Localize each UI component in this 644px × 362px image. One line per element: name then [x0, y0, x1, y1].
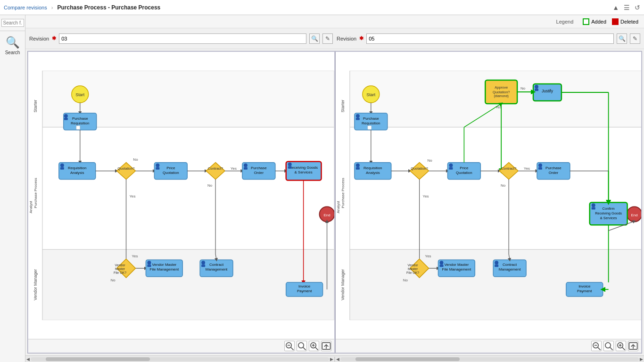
svg-text:Yes: Yes	[132, 254, 138, 258]
revision-left-input[interactable]	[59, 33, 306, 44]
refresh-icon[interactable]: ↺	[635, 4, 640, 11]
svg-text:Yes: Yes	[524, 166, 530, 171]
svg-text:Order: Order	[548, 171, 558, 175]
svg-text:Vendor Manager: Vendor Manager	[33, 269, 38, 300]
svg-text:Vendor Manager: Vendor Manager	[340, 269, 345, 300]
svg-text:Purchase: Purchase	[545, 166, 561, 170]
export-btn-left[interactable]	[321, 341, 331, 351]
revision-right-search-btn[interactable]: 🔍	[617, 33, 627, 44]
revision-right-edit-btn[interactable]: ✎	[630, 33, 640, 44]
svg-point-121	[591, 203, 595, 207]
svg-text:End: End	[323, 213, 330, 217]
search-input-area	[0, 19, 25, 31]
svg-line-86	[315, 347, 318, 350]
search-label: Search	[5, 50, 20, 55]
svg-text:Payment: Payment	[297, 289, 312, 293]
svg-text:Quotation: Quotation	[163, 171, 179, 175]
scroll-bar-horizontal[interactable]: ◀ ▶ ◀ ▶	[25, 355, 644, 362]
revision-left-search-btn[interactable]: 🔍	[309, 33, 320, 44]
svg-text:File Management: File Management	[442, 267, 471, 272]
legend-deleted-box	[612, 18, 619, 25]
svg-text:Requisition: Requisition	[363, 166, 382, 170]
breadcrumb-current: Purchase Process - Purchase Process	[58, 4, 161, 11]
menu-icon[interactable]: ☰	[624, 4, 630, 11]
scroll-track-left[interactable]	[31, 357, 329, 361]
svg-text:Master: Master	[115, 267, 125, 271]
svg-point-157	[538, 164, 542, 167]
search-input[interactable]	[1, 19, 24, 27]
revision-right-asterisk: ✱	[359, 35, 363, 41]
scroll-left-arrow[interactable]: ◀	[26, 357, 30, 362]
scroll-left-arrow2[interactable]: ◀	[336, 357, 339, 362]
svg-point-129	[355, 114, 359, 118]
svg-text:Analyst: Analyst	[336, 201, 340, 214]
diagram-left-svg-area[interactable]: Starter Purchase Process Analyst Vendor …	[28, 52, 334, 339]
svg-rect-158	[538, 167, 542, 170]
export-btn-right[interactable]	[628, 341, 638, 351]
svg-text:Starter: Starter	[33, 99, 38, 112]
scroll-thumb-left[interactable]	[46, 357, 150, 361]
collapse-icon[interactable]: ▲	[612, 4, 619, 11]
revision-right-input[interactable]	[366, 33, 614, 44]
svg-text:File OK?: File OK?	[406, 271, 419, 274]
svg-rect-47	[244, 167, 248, 170]
svg-line-81	[290, 347, 293, 350]
svg-point-146	[449, 164, 453, 167]
svg-text:Yes: Yes	[130, 194, 136, 198]
zoom-in-btn-right[interactable]	[616, 341, 626, 351]
search-panel: 🔍 Search	[0, 15, 25, 362]
topbar-icons: ▲ ☰ ↺	[612, 4, 640, 11]
svg-line-191	[598, 347, 601, 350]
scroll-thumb-right[interactable]	[355, 357, 460, 361]
svg-text:No: No	[111, 278, 116, 282]
svg-rect-92	[349, 127, 641, 249]
svg-text:Yes: Yes	[422, 194, 429, 198]
svg-point-67	[147, 261, 151, 264]
legend-deleted-label: Deleted	[620, 19, 638, 25]
zoom-fit-btn-right[interactable]	[603, 341, 614, 351]
svg-text:& Services: & Services	[600, 216, 617, 220]
svg-text:Start: Start	[366, 92, 375, 97]
diagram-right: Starter Purchase Process Analyst Vendor …	[335, 51, 642, 353]
svg-text:Confirm: Confirm	[602, 206, 614, 211]
zoom-fit-btn-left[interactable]	[297, 341, 307, 351]
svg-text:Order: Order	[254, 171, 264, 175]
revision-left-label: Revision	[29, 36, 49, 41]
svg-text:Vendor Master: Vendor Master	[444, 263, 469, 267]
svg-text:No: No	[133, 157, 138, 162]
scroll-right-arrow[interactable]: ▶	[330, 357, 333, 362]
svg-point-25	[60, 164, 64, 167]
svg-text:Yes: Yes	[231, 166, 237, 171]
svg-text:No: No	[520, 86, 526, 90]
svg-point-178	[495, 261, 498, 264]
legend-added-label: Added	[591, 19, 606, 25]
search-icon-area[interactable]: 🔍 Search	[5, 36, 20, 55]
legend-deleted: Deleted	[612, 18, 638, 25]
svg-text:Contract: Contract	[503, 263, 517, 267]
scroll-right-arrow2[interactable]: ▶	[640, 357, 643, 362]
breadcrumb-link[interactable]: Compare revisions	[4, 5, 47, 10]
zoom-controls-right	[336, 339, 642, 353]
svg-text:Price: Price	[166, 166, 175, 170]
svg-rect-53	[288, 166, 292, 169]
svg-point-46	[244, 164, 248, 167]
svg-text:Quotation?: Quotation?	[492, 90, 510, 94]
svg-rect-36	[156, 167, 159, 170]
svg-text:Analysis: Analysis	[365, 171, 380, 175]
search-magnifier-icon[interactable]: 🔍	[6, 36, 20, 49]
zoom-out-btn-left[interactable]	[284, 341, 295, 351]
svg-text:Management: Management	[206, 267, 228, 272]
svg-rect-130	[355, 118, 359, 120]
svg-text:Purchase Process: Purchase Process	[340, 178, 345, 208]
svg-text:Requisition: Requisition	[362, 121, 380, 125]
revision-left-edit-btn[interactable]: ✎	[322, 33, 333, 44]
scroll-track-right[interactable]	[340, 357, 639, 361]
svg-text:Contract?: Contract?	[208, 166, 223, 171]
diagram-right-svg-area[interactable]: Starter Purchase Process Analyst Vendor …	[336, 52, 642, 339]
svg-text:Receiving Goods: Receiving Goods	[289, 165, 318, 170]
zoom-in-btn-left[interactable]	[309, 341, 319, 351]
zoom-out-btn-right[interactable]	[591, 341, 602, 351]
svg-text:Purchase Process: Purchase Process	[33, 178, 38, 208]
topbar: Compare revisions › Purchase Process - P…	[0, 0, 644, 15]
svg-point-18	[64, 114, 68, 118]
